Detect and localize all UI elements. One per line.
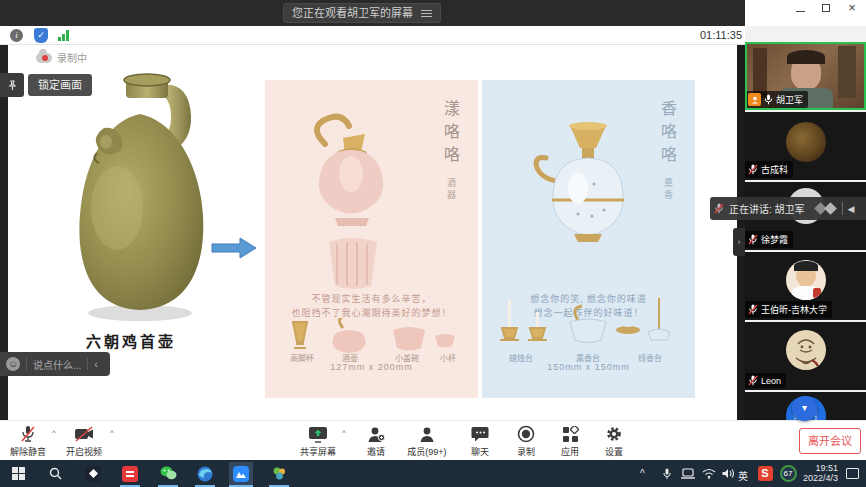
share-options-caret[interactable]: ^ — [342, 428, 346, 437]
chat-bubble-icon — [458, 424, 502, 444]
pink-design-panel: 漾咯咯 酒器 不管现实生活有多么辛苦， 也阻挡不了我心潮期待美好的梦想！ 高脚杯… — [265, 80, 478, 398]
sketch-avatar — [786, 330, 826, 370]
participant-namebar: 徐梦霞 — [745, 231, 793, 248]
participant-tile[interactable]: 胡卫军 — [745, 42, 866, 110]
wechat-icon[interactable] — [156, 462, 180, 485]
leave-meeting-button[interactable]: 离开会议 — [799, 428, 861, 454]
participant-namebar: 王伯昕-吉林大学 — [745, 301, 832, 318]
apps-button[interactable]: 应用 — [548, 424, 592, 458]
meeting-app-icon[interactable] — [229, 462, 253, 485]
pin-icon — [7, 80, 18, 91]
maximize-button[interactable] — [820, 3, 832, 13]
tray-expand-icon[interactable]: ^ — [640, 468, 645, 479]
pink-panel-size: 127mm x 200mm — [265, 362, 478, 372]
antique-pot-image — [52, 58, 227, 326]
participant-tile[interactable]: Leon — [745, 322, 866, 390]
clock-date: 2022/4/3 — [803, 473, 838, 483]
security-shield-icon[interactable]: ✓ — [34, 28, 48, 43]
pin-view-button[interactable] — [0, 73, 24, 97]
chat-collapse-icon[interactable]: ‹ — [94, 358, 98, 370]
right-arrow-icon — [210, 236, 258, 264]
mic-muted-icon — [748, 375, 758, 386]
banner-collapse-icon[interactable]: ◀ — [848, 204, 855, 214]
pink-items-illustration — [265, 318, 478, 354]
cloud-record-icon — [36, 53, 52, 63]
close-button[interactable]: × — [846, 3, 858, 13]
share-screen-icon — [292, 424, 344, 444]
participant-photo-avatar — [786, 260, 826, 300]
watching-screen-pill[interactable]: 您正在观看胡卫军的屏幕 — [283, 3, 441, 23]
pot-caption: 六朝鸡首壶 — [86, 330, 236, 351]
participant-name: 胡卫军 — [776, 93, 803, 106]
volume-icon[interactable] — [716, 462, 740, 485]
mic-muted-icon — [748, 304, 758, 315]
camera-slash-icon — [58, 424, 110, 444]
unmute-button[interactable]: 解除静音 — [2, 424, 54, 458]
presenter-badge-icon — [748, 93, 761, 106]
blue-design-panel: 香咯咯 熏香 想念你的笑, 想念你的味道 想念一起作伴的好味道！ — [482, 80, 695, 398]
mic-muted-icon — [748, 164, 758, 175]
settings-button[interactable]: 设置 — [592, 424, 636, 458]
search-icon[interactable] — [43, 462, 67, 485]
invite-person-icon — [350, 424, 402, 444]
participant-namebar: 古成科 — [745, 161, 793, 178]
record-circle-icon — [504, 424, 548, 444]
edge-browser-icon[interactable] — [193, 462, 217, 485]
start-video-button[interactable]: 开启视频 — [58, 424, 110, 458]
mic-muted-icon — [714, 203, 724, 214]
colorful-app-icon[interactable] — [267, 462, 291, 485]
ime-indicator[interactable]: 英 — [738, 468, 748, 483]
members-button[interactable]: 成员(99+) — [398, 424, 456, 458]
chat-quick-bar[interactable]: ☺ 说点什么... ‹ — [0, 352, 110, 376]
participant-tile[interactable]: 王伯昕-吉林大学 — [745, 252, 866, 320]
pink-teapot-illustration — [265, 108, 478, 318]
gear-icon — [592, 424, 636, 444]
invite-button[interactable]: 邀请 — [350, 424, 402, 458]
participant-namebar: 胡卫军 — [745, 91, 808, 108]
speaking-text: 正在讲话: 胡卫军 — [729, 201, 805, 216]
logo-diamond-icon — [824, 202, 837, 215]
sogou-icon[interactable]: S — [753, 462, 777, 485]
apps-grid-icon — [548, 424, 592, 444]
clock-time: 19:51 — [803, 463, 838, 473]
red-app-icon[interactable] — [118, 462, 142, 485]
mic-slash-icon — [2, 424, 54, 444]
mic-muted-icon — [748, 234, 758, 245]
participant-name: Leon — [761, 376, 781, 386]
sidebar-collapse-handle[interactable]: › — [733, 228, 745, 256]
participant-name: 古成科 — [761, 163, 788, 176]
members-person-icon — [398, 424, 456, 444]
emoji-icon[interactable]: ☺ — [6, 357, 20, 371]
chat-button[interactable]: 聊天 — [458, 424, 502, 458]
blue-panel-size: 150mm x 150mm — [482, 362, 695, 372]
scroll-more-participants-button[interactable]: ▾ — [792, 396, 817, 421]
network-signal-icon[interactable] — [58, 30, 69, 41]
menu-icon[interactable] — [421, 8, 432, 19]
mic-options-caret[interactable]: ^ — [52, 428, 56, 437]
participant-name: 徐梦霞 — [761, 233, 788, 246]
minimize-button[interactable] — [794, 3, 806, 13]
leopard-avatar — [786, 122, 826, 162]
video-options-caret[interactable]: ^ — [110, 428, 114, 437]
speaking-banner: 正在讲话: 胡卫军 ◀ — [710, 197, 866, 220]
dark-app-icon[interactable] — [81, 462, 105, 485]
meeting-info-icon[interactable]: i — [10, 29, 23, 42]
watching-title: 您正在观看胡卫军的屏幕 — [292, 4, 413, 22]
participant-name: 王伯昕-吉林大学 — [761, 303, 827, 316]
chat-input-placeholder[interactable]: 说点什么... — [33, 357, 81, 372]
participant-tile[interactable]: 古成科 — [745, 112, 866, 180]
start-button[interactable] — [6, 462, 30, 485]
taskbar-clock[interactable]: 19:51 2022/4/3 — [803, 463, 838, 483]
meeting-app-window: 您正在观看胡卫军的屏幕 × i ✓ 01:11:35 演讲者视图 ▾ 录制中 锁… — [0, 0, 866, 487]
record-button[interactable]: 录制 — [504, 424, 548, 458]
battery-indicator[interactable]: 67 — [776, 462, 800, 485]
action-center-icon[interactable] — [840, 462, 864, 485]
mic-on-icon — [764, 94, 773, 105]
pink-poem-line1: 不管现实生活有多么辛苦， — [265, 292, 478, 305]
participant-namebar: Leon — [745, 373, 786, 388]
blue-items-illustration — [482, 298, 695, 356]
share-screen-button[interactable]: 共享屏幕 — [292, 424, 344, 458]
window-controls: × — [745, 0, 866, 26]
blue-vessel-illustration — [482, 108, 695, 318]
